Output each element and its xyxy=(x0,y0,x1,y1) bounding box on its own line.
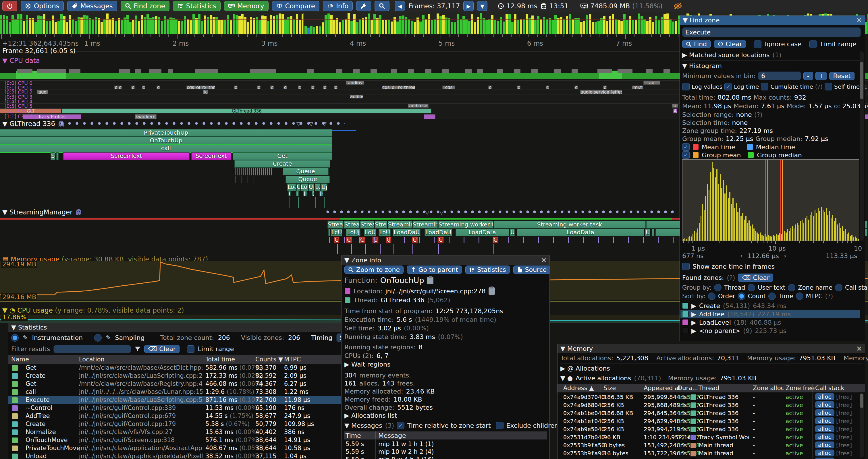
cpu-zone[interactable]: c xyxy=(114,86,118,89)
funnel-icon[interactable] xyxy=(134,346,141,352)
zone-c[interactable]: C xyxy=(334,236,340,243)
message-row[interactable]: 5.59 smip 11 w 1 h 1 (1) xyxy=(344,440,547,448)
toolbar-button-options[interactable]: Options xyxy=(21,1,64,11)
zone-up[interactable]: Up xyxy=(321,184,328,191)
zone-screentext[interactable]: ScreenText xyxy=(191,153,231,160)
cpu-zone[interactable]: audio.se xyxy=(408,104,429,108)
zone-streaming-worker-tas[interactable]: Streaming worker tas xyxy=(438,221,493,229)
zone-lou[interactable]: LoU xyxy=(378,229,391,236)
source-button[interactable]: Source xyxy=(513,265,551,274)
toolbar-button-zoom-tool[interactable] xyxy=(375,1,390,11)
sort-by-radio-order[interactable] xyxy=(708,293,715,300)
messages-toggle[interactable]: ▼ Messages xyxy=(344,422,382,429)
memory-title-bar[interactable]: ▼ Memory✕ xyxy=(558,344,865,353)
memory-col-zone-alloc[interactable]: Zone alloc xyxy=(753,385,784,392)
zone--[interactable]: ( xyxy=(288,191,291,196)
find-zone-scrollbar[interactable] xyxy=(860,52,864,241)
memory-col-size[interactable]: Size xyxy=(603,385,616,392)
zone-loaddata[interactable]: LoadData xyxy=(456,229,509,236)
log-time-checkbox[interactable]: ✓ xyxy=(724,83,732,91)
self-time-checkbox[interactable] xyxy=(825,83,832,91)
zone-strear[interactable]: Strear xyxy=(344,221,360,229)
cpu-zone[interactable]: GLThread 336 xyxy=(62,108,431,113)
min-bin-input[interactable]: 6 xyxy=(758,71,801,80)
zone-unnamed[interactable] xyxy=(328,229,330,236)
zone-get[interactable]: Get xyxy=(232,153,332,160)
alloc-callstack-button[interactable]: alloc xyxy=(815,450,834,456)
find-zone-title-bar[interactable]: ▼ Find zone✕ xyxy=(680,16,865,25)
show-zone-time-checkbox[interactable] xyxy=(682,263,690,270)
exclude-children-checkbox[interactable] xyxy=(496,422,503,429)
column-header-name[interactable]: Name xyxy=(11,356,29,363)
toolbar-button-statistics[interactable]: Statistics xyxy=(173,1,221,11)
cpu-zone[interactable]: c xyxy=(118,86,122,89)
cpu-zone[interactable]: c xyxy=(517,86,521,89)
zone-up[interactable]: Up xyxy=(308,184,314,191)
zone--[interactable]: |~ xyxy=(303,191,307,196)
message-row[interactable]: 5.59 smip 10 w 2 h 2 (4) xyxy=(344,448,547,456)
memory-row[interactable]: 0x7531d7b04096 KB1:10 234,952,16112:40.7… xyxy=(558,433,865,441)
zone-louj[interactable]: LoUj xyxy=(346,229,361,236)
log-values-checkbox[interactable] xyxy=(682,83,690,91)
decrease-bin-button[interactable]: - xyxy=(803,72,813,80)
cpu-zone[interactable]: audios xyxy=(346,81,364,85)
cumulate-time-checkbox[interactable] xyxy=(761,83,768,91)
cpu-zone[interactable]: A xyxy=(673,108,677,113)
frame-dropdown-button[interactable]: ▼ xyxy=(477,1,488,11)
zone-unnamed[interactable] xyxy=(56,153,59,160)
zone-s[interactable]: S xyxy=(51,153,55,160)
next-frame-button[interactable]: ▶ xyxy=(463,1,474,11)
toolbar-button-messages[interactable]: Messages xyxy=(67,1,117,11)
cpu-zone[interactable]: c xyxy=(488,86,492,89)
prev-frame-button[interactable]: ◀ xyxy=(395,1,405,11)
cpu-zone[interactable]: c xyxy=(142,86,145,89)
sort-by-radio-time[interactable] xyxy=(768,293,776,300)
cpu-zone[interactable]: c xyxy=(323,86,327,89)
found-zone-row-create[interactable]: ▶Create(54,131)643.34 ms xyxy=(680,302,860,310)
cpu-zone[interactable]: cds_ol_rx_thr xyxy=(186,86,215,89)
cpu-zone[interactable]: mi:t xyxy=(632,86,643,89)
memory-row[interactable]: 0x74a9d68040256 KB295,668,489ns13:50.7GL… xyxy=(558,401,865,409)
limit-range-checkbox[interactable] xyxy=(809,40,817,48)
cpu-zone[interactable]: c xyxy=(234,86,238,89)
zone-call[interactable]: call xyxy=(0,145,332,152)
column-header-location[interactable]: Location xyxy=(79,356,104,363)
clipboard-icon[interactable] xyxy=(427,277,433,284)
column-header-counts[interactable]: Counts ▼ xyxy=(255,356,283,363)
instrumentation-radio[interactable] xyxy=(11,334,19,341)
close-icon[interactable]: ✕ xyxy=(856,17,862,24)
zone-create[interactable]: Create xyxy=(235,160,330,168)
zone-strean[interactable]: Strean xyxy=(328,221,343,229)
sort-by-radio-mtpc[interactable] xyxy=(796,293,803,300)
alloc-callstack-button[interactable]: alloc xyxy=(815,458,834,459)
zone-c[interactable]: C xyxy=(386,236,392,243)
zone-c[interactable]: C xyxy=(412,236,418,243)
cpu-zone[interactable]: c xyxy=(334,86,338,89)
cpu-zone[interactable]: cds_ol_rx_threa xyxy=(382,86,415,89)
cpu-zone[interactable]: c xyxy=(283,86,287,89)
wait-regions-row[interactable]: ▶ Wait regions xyxy=(344,361,391,368)
zone--[interactable]: ( xyxy=(312,191,314,196)
cpu-zone[interactable]: c xyxy=(603,86,607,89)
found-zone-row--no-parent-[interactable]: ▶<no parent>(9)225.73 µs xyxy=(680,327,860,335)
alloc-callstack-button[interactable]: alloc xyxy=(815,441,834,448)
zone-c[interactable]: C xyxy=(372,236,378,243)
toolbar-button-memory[interactable]: Memory xyxy=(224,1,269,11)
find-zone-scroll-thumb[interactable] xyxy=(860,62,863,99)
group-by-radio-thread[interactable] xyxy=(714,284,721,291)
memory-table-header[interactable]: Address ▲SizeAppeared atDura...ThreadZon… xyxy=(558,384,865,392)
memory-row[interactable]: 0x74a9d37040186.35 KB295,999,844ns13:50.… xyxy=(558,393,865,401)
zone-strea[interactable]: Strea xyxy=(360,221,374,229)
memory-col-appeared-at[interactable]: Appeared at xyxy=(644,385,681,392)
group-by-radio-call-stacks[interactable] xyxy=(835,284,842,291)
column-header-mtpc[interactable]: MTPC xyxy=(284,356,301,363)
memory-scrollbar[interactable] xyxy=(860,393,864,458)
reset-button[interactable]: Reset xyxy=(829,72,854,80)
sampling-radio[interactable] xyxy=(94,334,102,341)
alloc-callstack-button[interactable]: alloc xyxy=(815,425,834,432)
sort-by-radio-count[interactable] xyxy=(738,293,745,300)
zone-streaming[interactable]: Streaming xyxy=(388,221,412,229)
cpu-usage-header[interactable]: ▼ ◔ CPU usage (y-range: 0.78%, visible d… xyxy=(2,306,184,314)
memory-row[interactable]: 0x7553b9fbf016 bytes296,661,146ns13:50.7… xyxy=(558,457,865,459)
zone-ontouchup[interactable]: OnTouchUp xyxy=(0,137,332,144)
